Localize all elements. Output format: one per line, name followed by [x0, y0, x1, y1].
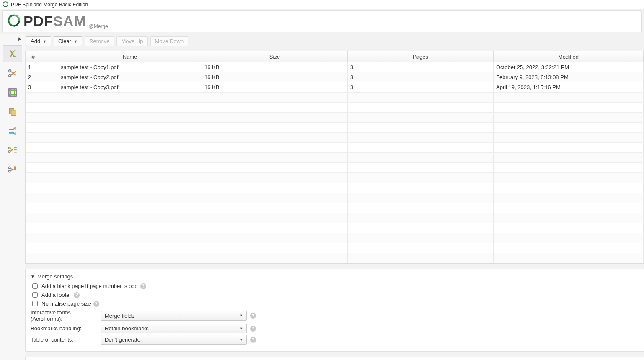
toc-combo[interactable]: Don't generate ▼ — [101, 335, 247, 345]
merge-settings-title: Merge settings — [37, 273, 73, 280]
expand-sidebar-icon[interactable]: ▶ — [0, 36, 25, 42]
merge-icon — [7, 48, 18, 59]
col-size[interactable]: Size — [202, 51, 348, 62]
cell-size: 16 KB — [202, 82, 348, 93]
acroforms-label: Interactive forms (AcroForms): — [31, 309, 98, 322]
help-icon[interactable]: ? — [93, 301, 99, 307]
col-pages[interactable]: Pages — [348, 51, 494, 62]
chevron-down-icon: ▼ — [239, 327, 243, 331]
table-row-empty — [26, 143, 644, 153]
table-row[interactable]: 1sample test - Copy1.pdf16 KB3October 25… — [26, 62, 644, 72]
bookmarks-value: Retain bookmarks — [105, 325, 149, 332]
table-row-empty — [26, 123, 644, 133]
acroforms-value: Merge fields — [105, 313, 134, 319]
app-icon — [3, 1, 8, 8]
col-blank[interactable] — [41, 51, 58, 62]
file-table: # Name Size Pages Modified 1sample test … — [25, 51, 644, 264]
help-icon[interactable]: ? — [74, 292, 80, 298]
col-modified[interactable]: Modified — [494, 51, 644, 62]
sidebar-item-split-size[interactable] — [3, 162, 22, 177]
add-mnemonic: A — [31, 38, 34, 44]
sidebar: ▶ — [0, 34, 25, 360]
table-row-empty — [26, 223, 644, 233]
cell-name: sample test - Copy3.pdf — [58, 82, 202, 93]
logo-text: PDFSAM — [23, 13, 86, 29]
mix-icon — [7, 126, 18, 136]
scissors-icon — [7, 68, 18, 79]
breadcrumb: @Merge — [89, 23, 108, 32]
table-row-empty — [26, 153, 644, 163]
help-icon[interactable]: ? — [250, 313, 256, 319]
cell-blank — [41, 62, 58, 72]
logo-icon — [8, 14, 20, 28]
bookmarks-combo[interactable]: Retain bookmarks ▼ — [101, 324, 247, 333]
add-footer-label: Add a footer — [41, 292, 71, 298]
collapse-icon: ▼ — [31, 274, 35, 279]
help-icon[interactable]: ? — [140, 283, 146, 289]
sidebar-item-mix[interactable] — [3, 123, 22, 139]
rotate-icon — [7, 106, 18, 117]
window-titlebar: PDF Split and Merge Basic Edition — [0, 0, 644, 9]
table-row-empty — [26, 213, 644, 223]
clear-button[interactable]: Clear ▼ — [54, 36, 82, 46]
help-icon[interactable]: ? — [250, 326, 256, 332]
svg-rect-3 — [9, 89, 16, 96]
chevron-down-icon: ▼ — [239, 314, 243, 318]
table-row-empty — [26, 133, 644, 143]
table-header-row: # Name Size Pages Modified — [26, 51, 644, 62]
logo-pdf: PDF — [23, 13, 53, 29]
table-row[interactable]: 2sample test - Copy2.pdf16 KB3February 9… — [26, 72, 644, 82]
scissors-list-icon — [7, 145, 18, 156]
extract-icon — [7, 87, 18, 98]
cell-index: 2 — [26, 72, 41, 82]
table-row-empty — [26, 113, 644, 123]
cell-name: sample test - Copy1.pdf — [58, 62, 202, 72]
blank-page-checkbox[interactable] — [32, 283, 38, 289]
svg-point-6 — [8, 147, 10, 149]
chevron-down-icon: ▼ — [239, 338, 243, 342]
svg-rect-10 — [14, 166, 16, 170]
normalise-checkbox[interactable] — [32, 301, 38, 306]
svg-point-7 — [8, 151, 10, 152]
cell-modified: October 25, 2022, 3:32:21 PM — [494, 62, 644, 72]
merge-settings-header[interactable]: ▼ Merge settings — [31, 273, 639, 280]
cell-blank — [41, 82, 58, 93]
col-number[interactable]: # — [26, 51, 41, 62]
logo-sam: SAM — [53, 13, 86, 29]
sidebar-item-split[interactable] — [3, 65, 22, 81]
cell-size: 16 KB — [202, 62, 348, 72]
move-up-button[interactable]: Move Up — [116, 36, 147, 46]
table-row[interactable]: 3sample test - Copy3.pdf16 KB3April 19, … — [26, 82, 644, 93]
scissors-size-icon — [7, 164, 18, 175]
add-button[interactable]: Add ▼ — [26, 36, 51, 46]
table-row-empty — [26, 233, 644, 243]
table-row-empty — [26, 193, 644, 203]
cell-size: 16 KB — [202, 72, 348, 82]
normalise-label: Normalise page size — [41, 301, 91, 307]
col-name[interactable]: Name — [58, 51, 202, 62]
acroforms-combo[interactable]: Merge fields ▼ — [101, 311, 247, 321]
blank-page-label: Add a blank page if page number is odd — [41, 283, 138, 289]
sidebar-item-split-bookmarks[interactable] — [3, 142, 22, 158]
sidebar-item-extract[interactable] — [3, 85, 22, 100]
sidebar-item-merge[interactable] — [3, 45, 22, 62]
cell-pages: 3 — [348, 62, 494, 72]
move-down-button[interactable]: Move Down — [150, 36, 189, 46]
table-row-empty — [26, 103, 644, 113]
table-row-empty — [26, 253, 644, 263]
table-row-empty — [26, 183, 644, 193]
cell-pages: 3 — [348, 72, 494, 82]
table-row-empty — [26, 173, 644, 183]
add-footer-checkbox[interactable] — [32, 292, 38, 298]
remove-button[interactable]: Remove — [85, 36, 114, 46]
cell-name: sample test - Copy2.pdf — [58, 72, 202, 82]
sidebar-item-rotate[interactable] — [3, 104, 22, 120]
cell-blank — [41, 72, 58, 82]
window-title: PDF Split and Merge Basic Edition — [11, 2, 88, 8]
cell-index: 1 — [26, 62, 41, 72]
table-row-empty — [26, 93, 644, 103]
help-icon[interactable]: ? — [250, 337, 256, 343]
toc-value: Don't generate — [105, 337, 140, 343]
table-row-empty — [26, 203, 644, 213]
cell-modified: April 19, 2023, 1:15:16 PM — [494, 82, 644, 93]
